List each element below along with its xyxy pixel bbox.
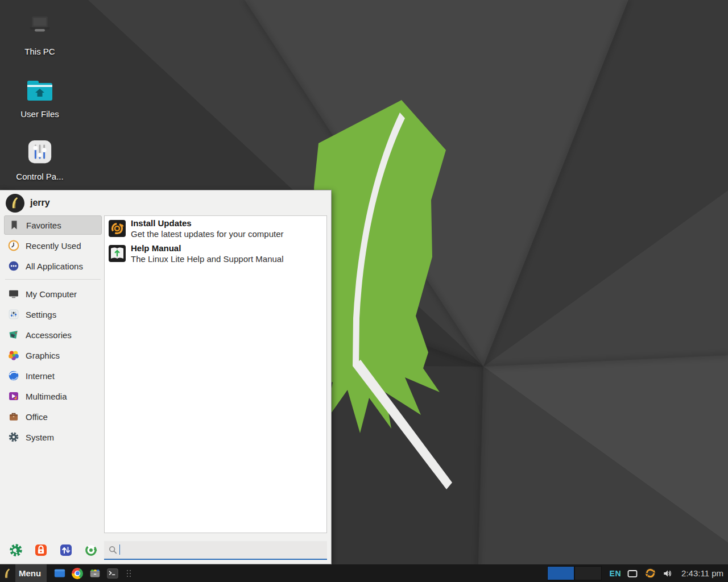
settings-sliders-icon (7, 308, 20, 321)
sidebar-item-internet[interactable]: Internet (4, 366, 102, 385)
desktop-icon-label: This PC (9, 47, 71, 56)
whisker-menu: jerry Favorites Rece (0, 190, 332, 564)
desktop-icon-label: User Files (9, 109, 71, 119)
search-input[interactable] (120, 545, 322, 555)
app-item-help-manual[interactable]: Help Manual The Linux Lite Help and Supp… (105, 241, 326, 266)
sidebar-item-favorites[interactable]: Favorites (4, 215, 102, 235)
search-field[interactable] (104, 541, 327, 560)
app-title: Install Updates (131, 218, 283, 228)
desktop-icon-control-panel[interactable]: Control Pa... (9, 139, 71, 181)
sidebar-item-label: Settings (26, 310, 56, 319)
app-item-install-updates[interactable]: Install Updates Get the latest updates f… (105, 216, 326, 241)
app-subtitle: Get the latest updates for your computer (131, 228, 283, 239)
sidebar-item-multimedia[interactable]: Multimedia (4, 386, 102, 406)
bookmark-icon (8, 219, 20, 231)
menu-button[interactable]: Menu (0, 564, 47, 582)
chrome-icon[interactable] (71, 567, 84, 580)
desktop-icon-user-files[interactable]: User Files (9, 76, 71, 119)
sidebar-item-system[interactable]: System (4, 427, 102, 447)
sidebar-item-label: Favorites (26, 221, 61, 230)
feather-icon (10, 197, 21, 209)
home-folder-icon (9, 76, 71, 102)
app-title: Help Manual (131, 243, 284, 253)
file-manager-icon[interactable] (89, 567, 101, 580)
apps-grid-icon (7, 260, 20, 272)
system-tray: EN 2:43:11 (610, 567, 728, 580)
language-indicator[interactable]: EN (610, 569, 621, 578)
terminal-icon[interactable] (106, 567, 119, 580)
update-notifier-icon[interactable] (644, 567, 656, 580)
sidebar-separator (5, 279, 101, 280)
desktop: This PC User Files (0, 0, 728, 582)
workspace-1[interactable] (547, 566, 574, 580)
search-icon (109, 546, 117, 554)
settings-manager-button[interactable] (9, 543, 23, 557)
sidebar-item-label: System (26, 433, 54, 442)
switch-user-icon (59, 543, 73, 557)
sidebar-item-label: Recently Used (26, 241, 81, 251)
sidebar-item-label: Internet (26, 371, 55, 381)
volume-icon[interactable] (661, 567, 674, 580)
user-avatar[interactable] (6, 194, 24, 213)
menu-button-label: Menu (19, 568, 41, 578)
workspace-switcher (547, 566, 602, 580)
menu-footer (0, 537, 331, 564)
sidebar-item-settings[interactable]: Settings (4, 305, 102, 324)
gear-icon (7, 431, 20, 443)
sliders-icon (9, 139, 71, 165)
lock-screen-button[interactable] (34, 543, 48, 557)
multimedia-icon (7, 390, 20, 402)
sidebar-item-label: Accessories (26, 330, 72, 340)
install-updates-icon (108, 219, 126, 238)
green-gear-icon (9, 543, 23, 557)
sidebar-item-accessories[interactable]: Accessories (4, 325, 102, 344)
menu-header: jerry (0, 190, 331, 215)
computer-icon (7, 288, 20, 300)
sidebar-item-label: Office (26, 412, 48, 422)
sidebar-item-graphics[interactable]: Graphics (4, 346, 102, 365)
desktop-icon-label: Control Pa... (9, 172, 71, 181)
lock-icon (34, 543, 48, 557)
globe-icon (7, 369, 20, 382)
sidebar-item-recently-used[interactable]: Recently Used (4, 236, 102, 255)
sidebar-item-my-computer[interactable]: My Computer (4, 284, 102, 304)
menu-sidebar: Favorites Recently Used (0, 215, 104, 537)
desktop-icon-this-pc[interactable]: This PC (9, 14, 71, 56)
laptop-icon (9, 14, 71, 40)
username: jerry (30, 198, 50, 208)
workspace-2[interactable] (574, 566, 602, 580)
show-desktop-icon[interactable] (53, 567, 66, 580)
feather-icon (0, 564, 15, 582)
logout-button[interactable] (84, 543, 98, 557)
clock-icon (7, 239, 20, 252)
sidebar-item-label: My Computer (26, 289, 77, 299)
taskbar: Menu (0, 564, 728, 582)
clock[interactable]: 2:43:11 pm (681, 568, 723, 578)
sidebar-item-label: Multimedia (26, 392, 67, 401)
accessories-icon (7, 329, 20, 341)
menu-app-list: Install Updates Get the latest updates f… (104, 215, 327, 533)
graphics-flower-icon (7, 349, 20, 361)
sidebar-item-label: All Applications (26, 261, 83, 271)
sidebar-item-office[interactable]: Office (4, 407, 102, 426)
switch-user-button[interactable] (59, 543, 73, 557)
help-manual-icon (108, 244, 126, 263)
briefcase-icon (7, 410, 20, 423)
app-subtitle: The Linux Lite Help and Support Manual (131, 253, 284, 264)
sidebar-item-label: Graphics (26, 351, 60, 360)
panel-grip-handle[interactable] (126, 569, 132, 577)
logout-icon (84, 543, 98, 557)
display-tray-icon[interactable] (626, 567, 639, 580)
sidebar-item-all-applications[interactable]: All Applications (4, 256, 102, 276)
